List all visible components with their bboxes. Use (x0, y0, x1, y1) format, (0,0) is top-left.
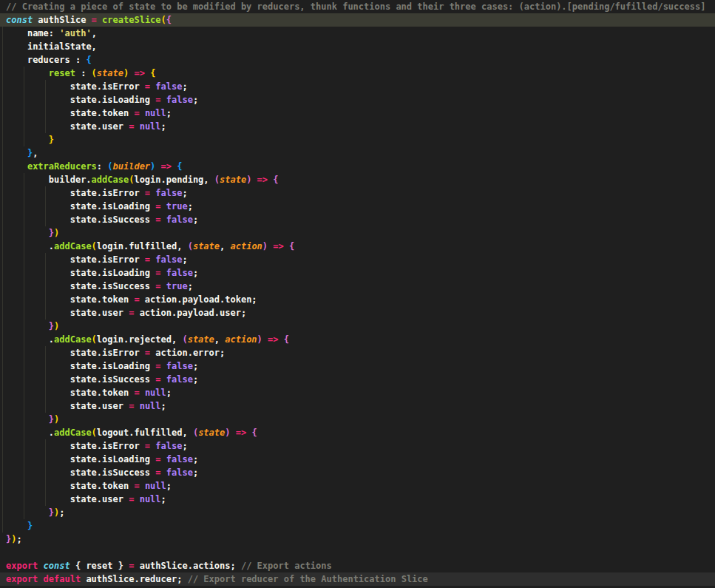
code-line: state.isLoading = false; (0, 359, 715, 373)
code-line-text: state.isError = false; (6, 254, 188, 265)
token-fg: ; (59, 507, 64, 518)
token-constant: false (166, 268, 193, 278)
token-fg: state.isLoading (70, 268, 156, 278)
token-keyword: = (145, 254, 150, 265)
code-line-text: state.isSuccess = false; (6, 467, 198, 478)
token-fg: state.user (70, 121, 129, 132)
code-line: state.isError = false; (0, 80, 715, 93)
token-constant: null (140, 494, 161, 504)
code-editor[interactable]: // Creating a piece of state to be modif… (0, 0, 715, 588)
token-fg: state.isError (70, 254, 145, 265)
token-fg: authSlice (33, 15, 91, 25)
token-func: createSlice (102, 15, 160, 25)
token-fg: { reset } (70, 561, 129, 571)
code-line: builder.addCase(login.pending, (state) =… (0, 173, 715, 186)
token-fg (38, 574, 43, 584)
token-keyword: = (155, 361, 160, 371)
token-fg: state.isError (70, 441, 145, 451)
code-line-text: state.isSuccess = true; (6, 281, 193, 291)
token-fg: logout.fulfilled, (97, 428, 193, 438)
indent-guide (2, 93, 3, 107)
code-line-text: state.isSuccess = false; (6, 214, 198, 225)
token-fg: ; (16, 534, 21, 544)
token-fg (161, 374, 166, 385)
code-line: }, (0, 146, 715, 160)
token-constant: false (166, 467, 193, 478)
token-b2: { (273, 175, 278, 185)
code-area: // Creating a piece of state to be modif… (0, 0, 715, 586)
token-b2: { (289, 241, 294, 251)
token-fg (161, 454, 166, 464)
token-param: state (198, 428, 225, 438)
code-line: state.isLoading = false; (0, 453, 715, 466)
indent-guide (2, 466, 3, 479)
indent-guide (2, 320, 3, 333)
indent-guide (2, 173, 3, 186)
token-fg: ; (161, 401, 166, 411)
indent-guide (2, 160, 3, 173)
token-keyword: = (155, 95, 160, 105)
code-line-text: // Creating a piece of state to be modif… (6, 1, 705, 12)
indent-guide (2, 306, 3, 320)
code-line: state.user = null; (0, 399, 715, 413)
token-constant: null (145, 388, 166, 398)
token-fg (155, 161, 160, 172)
token-fg: ; (193, 361, 198, 371)
token-fg: . (49, 428, 54, 438)
indent-guide (2, 413, 3, 426)
token-fg: state.isError (70, 348, 145, 358)
token-b3: ( (107, 161, 112, 172)
token-fg: : (75, 68, 92, 78)
token-param: state (193, 241, 220, 251)
token-fg (38, 561, 43, 571)
indent-guide (2, 493, 3, 506)
token-fg (161, 281, 166, 291)
token-keyword: = (145, 441, 150, 451)
code-line-text: } (6, 135, 54, 145)
token-fg: ; (193, 268, 198, 278)
code-line: } (0, 133, 715, 146)
token-param: state (220, 175, 246, 185)
token-fg (134, 401, 139, 411)
token-fg (161, 361, 166, 371)
token-fg: ; (182, 188, 187, 198)
token-keyword: export (6, 574, 38, 584)
token-b2: ( (182, 334, 187, 345)
token-storage: const (6, 15, 33, 25)
token-fg: ; (161, 494, 166, 504)
token-fg (161, 467, 166, 478)
indent-guide (2, 80, 3, 93)
token-fg: , (220, 241, 230, 251)
token-b1: ( (92, 334, 97, 345)
token-keyword: = (134, 108, 139, 118)
code-line-text: name: 'auth', (6, 28, 97, 38)
token-keyword: = (155, 214, 160, 225)
indent-guide (2, 399, 3, 413)
code-line-text: export const { reset } = authSlice.actio… (6, 561, 332, 571)
token-fg (161, 95, 166, 105)
indent-guide (2, 266, 3, 280)
token-fg (284, 241, 289, 251)
code-line: export default authSlice.reducer; // Exp… (0, 572, 715, 586)
code-line: state.user = null; (0, 493, 715, 506)
code-line: .addCase(login.fulfilled, (state, action… (0, 240, 715, 253)
indent-guide (2, 519, 3, 533)
token-b2: ( (188, 241, 193, 251)
token-b1: ( (92, 68, 97, 78)
token-keyword: = (155, 374, 160, 385)
indent-guide (2, 107, 3, 120)
code-line: state.isLoading = false; (0, 93, 715, 107)
code-line-text: state.user = null; (6, 494, 166, 504)
code-line-text: } (6, 521, 33, 531)
token-fg: login.fulfilled, (97, 241, 188, 251)
code-line: state.isSuccess = false; (0, 373, 715, 386)
code-line: state.token = action.payload.token; (0, 293, 715, 306)
token-fg: state.isError (70, 188, 145, 198)
code-line: state.user = null; (0, 120, 715, 133)
token-keyword: => (236, 428, 246, 438)
token-b1: { (150, 68, 155, 78)
indent-guide (2, 346, 3, 359)
token-fg: state.token (70, 294, 135, 305)
code-line-text: }); (6, 534, 22, 544)
token-fg: ; (166, 481, 172, 491)
